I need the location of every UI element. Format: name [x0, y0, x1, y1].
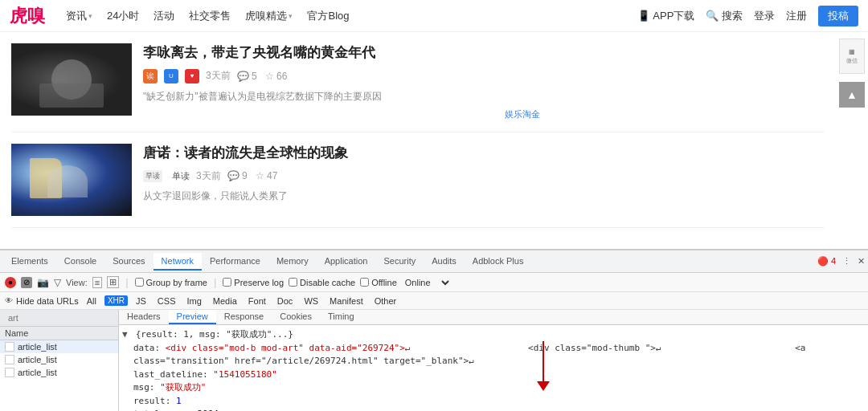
tab-security[interactable]: Security [375, 253, 424, 271]
logo[interactable]: 虎嗅 [10, 4, 45, 28]
tab-performance[interactable]: Performance [202, 253, 268, 271]
submit-btn[interactable]: 投稿 [818, 6, 858, 26]
json-val-result: 1 [176, 396, 182, 406]
network-search-input[interactable] [5, 311, 113, 324]
tab-sources[interactable]: Sources [104, 253, 153, 271]
arrow-annotation [537, 341, 550, 391]
nav-right: 📱 APP下载 🔍 搜索 登录 注册 投稿 [637, 6, 858, 26]
article-meta: 诶 U ♥ 3天前 💬 5 ☆ 66 [143, 69, 825, 83]
tab-adblock[interactable]: Adblock Plus [465, 253, 532, 271]
top-nav: 虎嗅 资讯 ▾ 24小时 活动 社交零售 虎嗅精选 ▾ 官方Blog 📱 APP… [0, 0, 868, 32]
hide-data-urls-label[interactable]: Hide data URLs [16, 296, 79, 306]
tab-application[interactable]: Application [317, 253, 376, 271]
json-last-dateline: last_dateline: "1541055180" [133, 368, 865, 382]
offline-check[interactable]: Offline [360, 278, 397, 287]
json-result-preview: {result: 1, msg: "获取成功"...} [136, 329, 293, 340]
json-key-msg: msg: [133, 382, 160, 393]
tab-network[interactable]: Network [154, 253, 202, 271]
triangle-icon[interactable]: ▼ [122, 328, 130, 342]
right-sidebar: ▦ 微信 ▲ [836, 32, 868, 249]
json-val-msg: "获取成功" [160, 382, 206, 393]
network-toolbar: ● ⊘ 📷 ▽ View: ≡ ⊞ | Group by frame | Pre… [0, 273, 868, 292]
devtools-panel: Elements Console Sources Network Perform… [0, 249, 868, 411]
network-item-1[interactable]: article_list [0, 340, 118, 353]
tab-cookies[interactable]: Cookies [272, 310, 320, 324]
tab-audits[interactable]: Audits [424, 253, 465, 271]
request-details: Headers Preview Response Cookies Timing … [119, 310, 868, 411]
response-content[interactable]: ▼ {result: 1, msg: "获取成功"...} data: <div… [119, 325, 868, 411]
tab-headers[interactable]: Headers [119, 310, 169, 324]
article-thumb-2[interactable] [11, 144, 132, 216]
hide-icon[interactable]: 👁 [5, 296, 13, 305]
chevron-down-icon: ▾ [88, 12, 92, 20]
author-icon-2: U [164, 69, 178, 83]
article-ad[interactable]: 娱乐淘金 [505, 108, 815, 120]
view-icon-list[interactable]: ≡ [92, 277, 102, 288]
article-stats-2: 💬 9 ☆ 47 [227, 170, 278, 181]
author-name: 单读 [172, 170, 190, 182]
devtools-close-icon[interactable]: ✕ [858, 256, 865, 267]
qr-widget[interactable]: ▦ 微信 [839, 39, 865, 74]
filter-icon[interactable]: ▽ [54, 277, 61, 288]
toolbar-sep2: | [214, 276, 216, 288]
item-check-icon-2 [5, 355, 14, 364]
tab-response[interactable]: Response [216, 310, 272, 324]
disable-cache-check[interactable]: Disable cache [289, 278, 355, 287]
filter-ws[interactable]: WS [301, 296, 321, 306]
network-item-3[interactable]: article_list [0, 366, 118, 379]
preserve-log-check[interactable]: Preserve log [223, 278, 284, 287]
app-download-btn[interactable]: 📱 APP下载 [637, 9, 694, 23]
json-msg: msg: "获取成功" [133, 381, 865, 395]
nav-item-selected[interactable]: 虎嗅精选 ▾ [245, 9, 293, 23]
json-data-value: <div class="mod-b mod-art" data-aid="269… [166, 343, 411, 353]
register-btn[interactable]: 注册 [786, 9, 807, 23]
content-wrapper: 李咏离去，带走了央视名嘴的黄金年代 诶 U ♥ 3天前 💬 5 ☆ 66 "缺乏… [0, 32, 868, 249]
tab-elements[interactable]: Elements [3, 253, 56, 271]
search-btn[interactable]: 🔍 搜索 [706, 9, 743, 23]
article-thumb[interactable] [11, 43, 132, 116]
item-check-icon-3 [5, 368, 14, 377]
filter-xhr[interactable]: XHR [104, 295, 128, 306]
tab-memory[interactable]: Memory [268, 253, 317, 271]
article-title-2[interactable]: 唐诺：读者的流失是全球性的现象 [143, 144, 825, 163]
clear-btn[interactable]: ⊘ [21, 277, 32, 288]
author-icon-small: 早读 [143, 170, 162, 182]
error-count-badge: 🔴 4 [817, 256, 836, 267]
devtools-more-icon[interactable]: ⋮ [842, 256, 851, 267]
tab-preview[interactable]: Preview [169, 310, 216, 324]
camera-btn[interactable]: 📷 [37, 277, 49, 288]
filter-css[interactable]: CSS [154, 296, 179, 306]
nav-item-activity[interactable]: 活动 [154, 9, 174, 23]
filter-all[interactable]: All [84, 296, 100, 306]
articles-wrapper: 李咏离去，带走了央视名嘴的黄金年代 诶 U ♥ 3天前 💬 5 ☆ 66 "缺乏… [0, 32, 868, 249]
nav-item-social[interactable]: 社交零售 [189, 9, 231, 23]
nav-item-blog[interactable]: 官方Blog [307, 9, 349, 23]
tab-timing[interactable]: Timing [320, 310, 362, 324]
login-btn[interactable]: 登录 [754, 9, 775, 23]
json-key-lastdate: last_dateline: [133, 369, 213, 380]
request-tabs-bar: Headers Preview Response Cookies Timing [119, 310, 868, 325]
nav-item-news[interactable]: 资讯 ▾ [66, 9, 92, 23]
network-sidebar: Name article_list article_list article_l… [0, 310, 119, 411]
chevron-down-icon: ▾ [289, 12, 293, 20]
tab-console[interactable]: Console [56, 253, 104, 271]
record-btn[interactable]: ● [5, 277, 16, 288]
filter-manifest[interactable]: Manifest [326, 296, 366, 306]
group-by-frame-check[interactable]: Group by frame [135, 278, 207, 287]
filter-font[interactable]: Font [245, 296, 269, 306]
json-val-lastdate: "1541055180" [213, 369, 276, 380]
filter-other[interactable]: Other [371, 296, 400, 306]
article-title[interactable]: 李咏离去，带走了央视名嘴的黄金年代 [143, 43, 825, 63]
view-icon-grid[interactable]: ⊞ [107, 276, 119, 288]
article-info-2: 唐诺：读者的流失是全球性的现象 早读 单读 3天前 💬 9 ☆ 47 从文字退回… [143, 144, 825, 203]
throttle-select[interactable]: Online Fast 3G Slow 3G [402, 277, 452, 288]
filter-media[interactable]: Media [210, 296, 240, 306]
author-icon-3: ♥ [185, 69, 199, 83]
json-data-key: data: <div class="mod-b mod-art" data-ai… [133, 342, 865, 368]
filter-doc[interactable]: Doc [274, 296, 297, 306]
scroll-top-btn[interactable]: ▲ [839, 82, 865, 108]
filter-js[interactable]: JS [133, 296, 149, 306]
filter-img[interactable]: Img [183, 296, 204, 306]
nav-item-24h[interactable]: 24小时 [107, 9, 139, 23]
network-item-2[interactable]: article_list [0, 353, 118, 366]
